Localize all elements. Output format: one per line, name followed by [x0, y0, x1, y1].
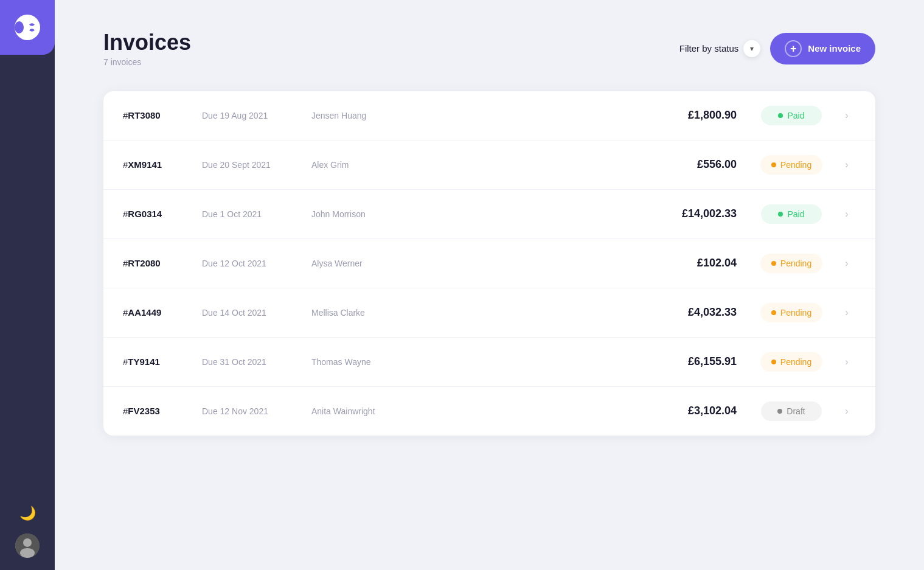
table-row[interactable]: #RT3080 Due 19 Aug 2021 Jensen Huang £1,… [103, 91, 875, 141]
invoice-amount: £6,155.91 [639, 355, 737, 368]
invoice-id: #RG0314 [123, 209, 202, 219]
invoice-due-date: Due 31 Oct 2021 [202, 357, 311, 367]
invoice-client-name: John Morrison [311, 209, 639, 219]
invoice-client-name: Mellisa Clarke [311, 308, 639, 318]
status-dot-icon [778, 113, 783, 118]
svg-point-2 [23, 538, 32, 547]
invoice-status: Pending [755, 352, 828, 372]
svg-point-3 [20, 548, 35, 558]
status-dot-icon [771, 360, 776, 364]
invoice-status: Pending [755, 155, 828, 175]
invoice-status: Pending [755, 303, 828, 322]
chevron-right-icon: › [838, 110, 856, 121]
invoice-amount: £4,032.33 [639, 306, 737, 319]
invoice-id: #AA1449 [123, 307, 202, 318]
status-label: Paid [787, 111, 804, 120]
sidebar-bottom: 🌙 [15, 506, 40, 558]
main-content: Invoices 7 invoices Filter by status ▾ +… [55, 0, 924, 570]
status-label: Pending [780, 308, 811, 318]
table-row[interactable]: #RT2080 Due 12 Oct 2021 Alysa Werner £10… [103, 239, 875, 288]
table-row[interactable]: #FV2353 Due 12 Nov 2021 Anita Wainwright… [103, 387, 875, 436]
invoice-id: #XM9141 [123, 159, 202, 170]
invoice-amount: £556.00 [639, 158, 737, 171]
chevron-right-icon: › [838, 159, 856, 170]
chevron-right-icon: › [838, 209, 856, 220]
status-dot-icon [771, 310, 776, 315]
invoice-id: #FV2353 [123, 406, 202, 416]
invoice-due-date: Due 14 Oct 2021 [202, 308, 311, 318]
status-label: Pending [780, 357, 811, 367]
status-label: Pending [780, 259, 811, 268]
filter-label: Filter by status [679, 43, 739, 54]
invoice-status: Paid [755, 204, 828, 224]
chevron-down-icon: ▾ [743, 40, 760, 57]
chevron-right-icon: › [838, 356, 856, 367]
header: Invoices 7 invoices Filter by status ▾ +… [103, 30, 875, 67]
invoice-status: Pending [755, 254, 828, 273]
status-dot-icon [771, 261, 776, 266]
invoice-amount: £3,102.04 [639, 405, 737, 417]
status-badge: Draft [761, 401, 822, 421]
status-badge: Pending [760, 155, 822, 175]
invoice-status: Paid [755, 106, 828, 125]
moon-icon[interactable]: 🌙 [19, 506, 36, 521]
invoice-client-name: Alex Grim [311, 160, 639, 170]
status-dot-icon [777, 409, 782, 414]
status-badge: Pending [760, 352, 822, 372]
status-dot-icon [771, 162, 776, 167]
filter-button[interactable]: Filter by status ▾ [679, 40, 761, 57]
avatar[interactable] [15, 534, 40, 558]
invoice-client-name: Anita Wainwright [311, 406, 639, 416]
status-badge: Pending [760, 303, 822, 322]
plus-icon: + [785, 40, 802, 57]
table-row[interactable]: #TY9141 Due 31 Oct 2021 Thomas Wayne £6,… [103, 338, 875, 387]
invoice-due-date: Due 12 Oct 2021 [202, 259, 311, 268]
invoice-count: 7 invoices [103, 57, 191, 67]
invoice-client-name: Alysa Werner [311, 259, 639, 268]
status-dot-icon [778, 212, 783, 217]
invoice-id: #RT2080 [123, 258, 202, 268]
invoice-id: #TY9141 [123, 356, 202, 367]
invoice-list: #RT3080 Due 19 Aug 2021 Jensen Huang £1,… [103, 91, 875, 436]
logo-icon [15, 15, 40, 40]
header-left: Invoices 7 invoices [103, 30, 191, 67]
invoice-client-name: Thomas Wayne [311, 357, 639, 367]
invoice-due-date: Due 1 Oct 2021 [202, 209, 311, 219]
invoice-status: Draft [755, 401, 828, 421]
status-badge: Paid [761, 204, 822, 224]
chevron-right-icon: › [838, 258, 856, 269]
page-title: Invoices [103, 30, 191, 55]
status-label: Paid [787, 209, 804, 219]
new-invoice-label: New invoice [808, 43, 861, 54]
invoice-client-name: Jensen Huang [311, 111, 639, 120]
status-label: Pending [780, 160, 811, 170]
avatar-image [15, 534, 40, 558]
sidebar-logo[interactable] [0, 0, 55, 55]
status-badge: Pending [760, 254, 822, 273]
invoice-id: #RT3080 [123, 110, 202, 120]
status-label: Draft [787, 406, 805, 416]
table-row[interactable]: #RG0314 Due 1 Oct 2021 John Morrison £14… [103, 190, 875, 239]
svg-point-0 [25, 20, 40, 35]
table-row[interactable]: #AA1449 Due 14 Oct 2021 Mellisa Clarke £… [103, 288, 875, 338]
invoice-due-date: Due 19 Aug 2021 [202, 111, 311, 120]
sidebar: 🌙 [0, 0, 55, 570]
invoice-amount: £102.04 [639, 257, 737, 269]
invoice-due-date: Due 20 Sept 2021 [202, 160, 311, 170]
chevron-right-icon: › [838, 307, 856, 318]
header-right: Filter by status ▾ + New invoice [679, 33, 875, 64]
new-invoice-button[interactable]: + New invoice [770, 33, 875, 64]
invoice-amount: £14,002.33 [639, 207, 737, 220]
invoice-amount: £1,800.90 [639, 109, 737, 122]
table-row[interactable]: #XM9141 Due 20 Sept 2021 Alex Grim £556.… [103, 141, 875, 190]
status-badge: Paid [761, 106, 822, 125]
invoice-due-date: Due 12 Nov 2021 [202, 406, 311, 416]
chevron-right-icon: › [838, 406, 856, 417]
